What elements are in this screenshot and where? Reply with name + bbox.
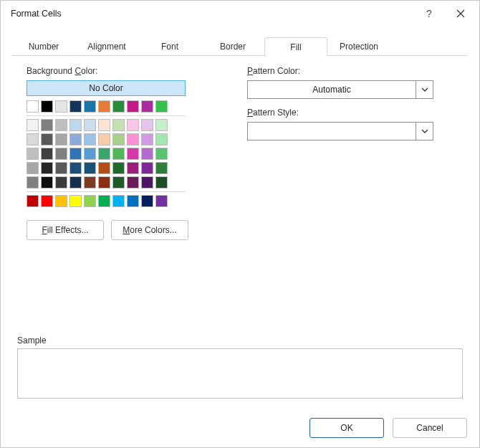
color-swatch[interactable] <box>155 100 168 113</box>
more-colors-button[interactable]: More Colors... <box>111 220 188 240</box>
palette-separator <box>27 115 186 116</box>
color-swatch[interactable] <box>98 162 110 174</box>
color-swatch[interactable] <box>84 148 96 160</box>
color-swatch[interactable] <box>69 195 82 207</box>
color-swatch[interactable] <box>84 119 96 131</box>
tab-border[interactable]: Border <box>201 37 264 57</box>
color-swatch[interactable] <box>41 100 53 113</box>
color-swatch[interactable] <box>55 119 67 131</box>
color-swatch[interactable] <box>55 176 67 189</box>
color-swatch[interactable] <box>69 100 82 113</box>
color-swatch[interactable] <box>141 148 153 160</box>
swatch-row <box>27 100 213 113</box>
color-swatch[interactable] <box>127 100 139 113</box>
color-swatch[interactable] <box>55 133 67 146</box>
close-button[interactable] <box>445 3 476 24</box>
color-swatch[interactable] <box>27 148 39 160</box>
color-swatch[interactable] <box>98 133 110 146</box>
color-swatch[interactable] <box>84 133 96 146</box>
tab-protection[interactable]: Protection <box>327 37 390 57</box>
color-swatch[interactable] <box>127 133 139 146</box>
color-swatch[interactable] <box>112 100 125 113</box>
color-swatch[interactable] <box>127 148 139 160</box>
color-swatch[interactable] <box>155 162 168 174</box>
color-swatch[interactable] <box>112 119 125 131</box>
pattern-color-dropdown[interactable]: Automatic <box>247 80 433 99</box>
color-swatch[interactable] <box>127 119 139 131</box>
color-swatch[interactable] <box>55 195 67 207</box>
color-swatch[interactable] <box>98 176 110 189</box>
fill-effects-button[interactable]: Fill Effects... <box>27 220 104 240</box>
color-swatch[interactable] <box>141 162 153 174</box>
dialog-footer: OK Cancel <box>309 418 467 438</box>
color-swatch[interactable] <box>127 195 139 207</box>
color-swatch[interactable] <box>98 119 110 131</box>
cancel-button[interactable]: Cancel <box>393 418 467 438</box>
color-swatch[interactable] <box>112 195 125 207</box>
color-swatch[interactable] <box>27 176 39 189</box>
swatch-row <box>27 195 213 207</box>
color-swatch[interactable] <box>41 148 53 160</box>
pattern-color-value: Automatic <box>248 85 416 95</box>
color-swatch[interactable] <box>98 100 110 113</box>
color-swatch[interactable] <box>69 162 82 174</box>
color-swatch[interactable] <box>155 195 168 207</box>
color-swatch[interactable] <box>41 176 53 189</box>
color-swatch[interactable] <box>98 148 110 160</box>
color-swatch[interactable] <box>84 195 96 207</box>
color-swatch[interactable] <box>84 162 96 174</box>
dropdown-button[interactable] <box>416 81 433 98</box>
swatch-row <box>27 119 213 131</box>
color-swatch[interactable] <box>41 195 53 207</box>
color-swatch[interactable] <box>41 133 53 146</box>
dropdown-button[interactable] <box>416 123 433 140</box>
tab-fill[interactable]: Fill <box>264 37 327 57</box>
titlebar: Format Cells ? <box>1 1 479 27</box>
color-swatch[interactable] <box>141 119 153 131</box>
color-swatch[interactable] <box>155 133 168 146</box>
ok-button[interactable]: OK <box>309 418 384 438</box>
color-swatch[interactable] <box>127 162 139 174</box>
color-swatch[interactable] <box>27 162 39 174</box>
color-swatch[interactable] <box>55 100 67 113</box>
tab-strip: NumberAlignmentFontBorderFillProtection <box>12 37 468 56</box>
color-swatch[interactable] <box>55 148 67 160</box>
swatch-row <box>27 176 213 189</box>
color-swatch[interactable] <box>27 119 39 131</box>
color-swatch[interactable] <box>127 176 139 189</box>
color-swatch[interactable] <box>112 162 125 174</box>
color-swatch[interactable] <box>27 100 39 113</box>
color-swatch[interactable] <box>27 195 39 207</box>
no-color-button[interactable]: No Color <box>27 80 186 96</box>
color-swatch[interactable] <box>155 119 168 131</box>
color-swatch[interactable] <box>84 100 96 113</box>
color-swatch[interactable] <box>141 133 153 146</box>
pattern-style-dropdown[interactable] <box>247 122 433 140</box>
pattern-color-label: Pattern Color: <box>247 66 462 76</box>
color-swatch[interactable] <box>112 133 125 146</box>
color-swatch[interactable] <box>112 148 125 160</box>
color-swatch[interactable] <box>41 119 53 131</box>
tab-alignment[interactable]: Alignment <box>75 37 138 57</box>
color-swatch[interactable] <box>69 119 82 131</box>
color-swatch[interactable] <box>69 133 82 146</box>
background-color-label: Background Color: <box>27 66 213 76</box>
swatch-row <box>27 148 213 160</box>
palette-separator <box>27 191 186 192</box>
color-swatch[interactable] <box>41 162 53 174</box>
color-swatch[interactable] <box>155 148 168 160</box>
color-swatch[interactable] <box>55 162 67 174</box>
color-swatch[interactable] <box>84 176 96 189</box>
help-button[interactable]: ? <box>413 3 445 24</box>
tab-font[interactable]: Font <box>138 37 201 57</box>
color-swatch[interactable] <box>112 176 125 189</box>
color-swatch[interactable] <box>155 176 168 189</box>
color-swatch[interactable] <box>98 195 110 207</box>
color-swatch[interactable] <box>141 195 153 207</box>
color-swatch[interactable] <box>141 176 153 189</box>
color-swatch[interactable] <box>69 148 82 160</box>
tab-number[interactable]: Number <box>12 37 75 57</box>
color-swatch[interactable] <box>141 100 153 113</box>
color-swatch[interactable] <box>27 133 39 146</box>
color-swatch[interactable] <box>69 176 82 189</box>
